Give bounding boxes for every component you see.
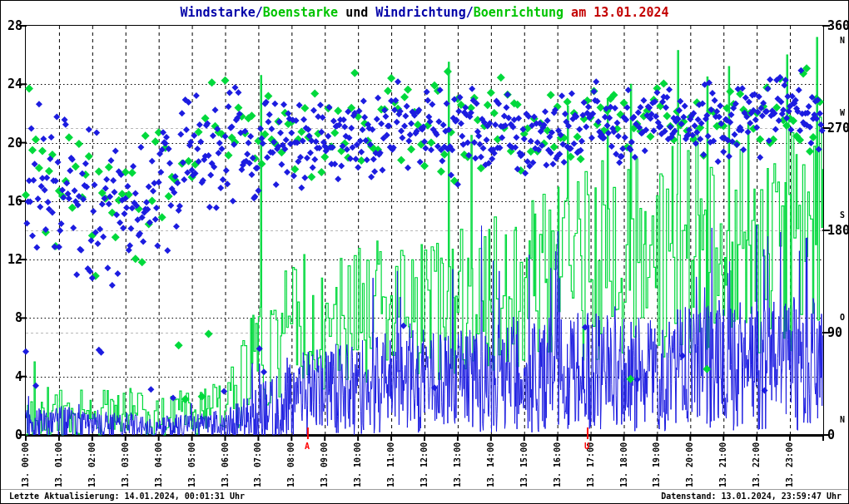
compass-label: O — [825, 313, 845, 322]
sun-marker-label: U — [584, 442, 589, 451]
x-axis-tick-label: 13. 16:00 — [553, 439, 563, 487]
x-axis-tick-label: 13. 05:00 — [187, 439, 197, 487]
x-axis-tick-label: 13. 04:00 — [154, 439, 164, 487]
x-axis-tick-label: 13. 02:00 — [87, 439, 97, 487]
x-axis-tick-label: 13. 09:00 — [320, 439, 330, 487]
x-axis-tick-label: 13. 19:00 — [652, 439, 662, 487]
left-axis-tick-label: 16 — [1, 194, 22, 209]
x-axis-tick-label: 13. 23:00 — [785, 439, 795, 487]
x-axis-tick-label: 13. 10:00 — [353, 439, 363, 487]
compass-label: S — [825, 210, 845, 220]
x-axis-tick-label: 13. 11:00 — [386, 439, 396, 487]
status-data-timestamp: Datenstand: 13.01.2024, 23:59:47 Uhr — [661, 492, 842, 501]
x-axis-tick-label: 13. 08:00 — [286, 439, 296, 487]
compass-label: W — [825, 108, 845, 117]
left-axis-tick-label: 20 — [1, 136, 22, 151]
x-axis-tick-label: 13. 22:00 — [752, 439, 762, 487]
x-axis-tick-label: 13. 13:00 — [453, 439, 463, 487]
weather-chart-page: Windstarke/Boenstarke und Windrichtung/B… — [0, 0, 849, 504]
wind-chart-canvas — [1, 1, 849, 504]
x-axis-tick-label: 13. 06:00 — [221, 439, 231, 487]
title-segment: am 13.01.2024 — [564, 5, 668, 20]
left-axis-tick-label: 28 — [1, 18, 22, 33]
right-axis-tick-label: 0 — [827, 427, 849, 442]
compass-label: N — [825, 36, 845, 45]
right-axis-tick-label: 90 — [827, 325, 849, 340]
title-segment: und — [338, 5, 375, 20]
x-axis-tick-label: 13. 20:00 — [685, 439, 695, 487]
compass-label: N — [825, 415, 845, 424]
left-axis-tick-label: 12 — [1, 252, 22, 267]
title-segment: Boenstarke — [263, 5, 338, 20]
x-axis-tick-label: 13. 14:00 — [486, 439, 496, 487]
x-axis-tick-label: 13. 21:00 — [718, 439, 728, 487]
title-segment: Windstarke/ — [180, 5, 262, 20]
left-axis-tick-label: 4 — [1, 369, 22, 384]
x-axis-tick-label: 13. 07:00 — [253, 439, 263, 487]
chart-title: Windstarke/Boenstarke und Windrichtung/B… — [1, 5, 848, 20]
title-segment: Windrichtung/ — [375, 5, 473, 20]
status-last-update: Letzte Aktualisierung: 14.01.2024, 00:01… — [9, 492, 245, 501]
right-axis-tick-label: 180 — [827, 223, 849, 238]
x-axis-tick-label: 13. 15:00 — [519, 439, 529, 487]
title-segment: Boenrichtung — [474, 5, 564, 20]
x-axis-tick-label: 13. 03:00 — [121, 439, 131, 487]
sun-marker-label: A — [305, 442, 310, 451]
left-axis-tick-label: 24 — [1, 77, 22, 91]
right-axis-tick-label: 360 — [827, 18, 849, 33]
x-axis-tick-label: 13. 00:00 — [21, 439, 31, 487]
x-axis-tick-label: 13. 01:00 — [54, 439, 64, 487]
left-axis-tick-label: 8 — [1, 310, 22, 325]
right-axis-tick-label: 270 — [827, 121, 849, 136]
x-axis-tick-label: 13. 12:00 — [420, 439, 429, 487]
left-axis-tick-label: 0 — [1, 427, 22, 442]
x-axis-tick-label: 13. 18:00 — [619, 439, 629, 487]
